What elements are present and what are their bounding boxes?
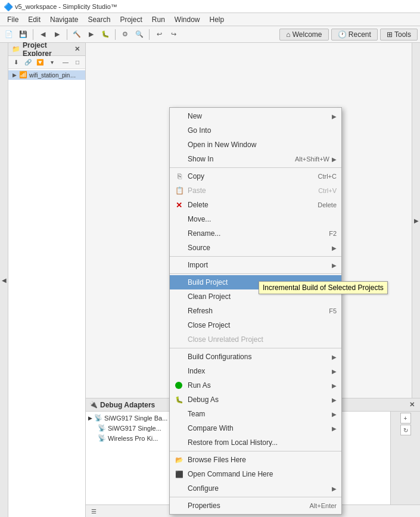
ctx-import[interactable]: Import ▶ xyxy=(170,258,341,272)
project-explorer-title: Project Explorer xyxy=(23,41,70,58)
ctx-close-unrelated: Close Unrelated Project xyxy=(170,332,341,347)
ctx-close-project[interactable]: Close Project xyxy=(170,318,341,332)
right-collapse-btn[interactable]: ▶ xyxy=(412,43,420,398)
debug-add-btn[interactable]: + xyxy=(400,413,411,423)
ctx-index[interactable]: Index ▶ xyxy=(170,364,341,378)
ctx-restore-history[interactable]: Restore from Local History... xyxy=(170,435,341,450)
ctx-show-in[interactable]: Show In Alt+Shift+W ▶ xyxy=(170,152,341,166)
close-project-icon xyxy=(175,320,184,330)
debug-icon-child1: 📡 xyxy=(98,424,106,432)
filter-btn[interactable]: 🔽 xyxy=(35,57,45,68)
project-tree: ▶ 📶 wifi_station_ping_soc [GNU ARM v10.3… xyxy=(8,69,85,517)
project-explorer-close[interactable]: ✕ xyxy=(73,45,82,54)
menu-navigate[interactable]: Navigate xyxy=(45,14,83,25)
left-collapse-btn[interactable]: ◀ xyxy=(0,43,8,517)
refresh-icon xyxy=(175,306,184,316)
project-explorer-header: 📁 Project Explorer ✕ xyxy=(8,43,85,56)
debug-label-child1: SiWG917 Single... xyxy=(108,425,161,432)
ctx-run-as[interactable]: Run As ▶ xyxy=(170,378,341,393)
ctx-configure[interactable]: Configure ▶ xyxy=(170,481,341,496)
ctx-properties[interactable]: Properties Alt+Enter xyxy=(170,499,341,513)
cmd-icon: ⬛ xyxy=(175,469,184,479)
index-arrow: ▶ xyxy=(332,368,337,375)
source-arrow: ▶ xyxy=(332,245,337,251)
tree-toggle-project[interactable]: ▶ xyxy=(11,71,18,79)
forward-btn[interactable]: ▶ xyxy=(51,28,64,41)
collapse-all-btn[interactable]: ⬇ xyxy=(11,57,21,68)
ctx-move[interactable]: Move... xyxy=(170,212,341,226)
ctx-copy[interactable]: ⎘ Copy Ctrl+C xyxy=(170,169,341,183)
debug-toggle-root[interactable]: ▶ xyxy=(88,415,92,421)
show-in-icon xyxy=(175,154,184,164)
paste-icon: 📋 xyxy=(175,186,184,195)
project-icon: 📶 xyxy=(19,71,27,79)
ctx-compare-with[interactable]: Compare With ▶ xyxy=(170,421,341,435)
ctx-debug-as[interactable]: 🐛 Debug As ▶ xyxy=(170,393,341,407)
ctx-sep-3 xyxy=(170,273,341,274)
debug-icon-root: 📡 xyxy=(94,414,102,422)
toolbar-sep-4 xyxy=(149,29,150,40)
ctx-source[interactable]: Source ▶ xyxy=(170,241,341,255)
tab-tools[interactable]: ⊞ Tools xyxy=(380,29,418,41)
title-bar: 🔷 v5_workspace - Simplicity Studio™ xyxy=(0,0,420,13)
view-menu-btn[interactable]: ▾ xyxy=(46,57,57,68)
compare-icon xyxy=(175,423,184,433)
ctx-open-command-line[interactable]: ⬛ Open Command Line Here xyxy=(170,467,341,481)
ctx-sep-6 xyxy=(170,497,341,497)
source-icon xyxy=(175,243,184,253)
menu-window[interactable]: Window xyxy=(170,14,205,25)
debug-label-wireless: Wireless Pro Ki... xyxy=(108,435,158,442)
ctx-browse-files[interactable]: 📂 Browse Files Here xyxy=(170,453,341,467)
main-content: New ▶ Go Into Open in New Window Show In… xyxy=(86,43,420,517)
extra-btn-2[interactable]: ↪ xyxy=(167,28,180,41)
run-as-icon xyxy=(175,381,184,390)
menu-help[interactable]: Help xyxy=(205,14,229,25)
toolbar-right: ⌂ Welcome 🕐 Recent ⊞ Tools xyxy=(279,29,418,41)
tree-item-project[interactable]: ▶ 📶 wifi_station_ping_soc [GNU ARM v10.3… xyxy=(8,70,85,80)
new-arrow: ▶ xyxy=(332,113,337,120)
tab-recent[interactable]: 🕐 Recent xyxy=(331,29,378,41)
ctx-team[interactable]: Team ▶ xyxy=(170,407,341,421)
restore-icon xyxy=(175,438,184,447)
menu-project[interactable]: Project xyxy=(115,14,147,25)
debug-adapters-close[interactable]: ✕ xyxy=(407,400,416,409)
build-btn[interactable]: 🔨 xyxy=(70,28,83,41)
debug-as-arrow: ▶ xyxy=(332,397,337,403)
minimize-panel-btn[interactable]: — xyxy=(60,57,71,68)
ctx-build-configurations[interactable]: Build Configurations ▶ xyxy=(170,350,341,364)
ctx-new[interactable]: New ▶ xyxy=(170,109,341,123)
debug-adapters-icon: 🔌 xyxy=(89,401,98,409)
ctx-refresh[interactable]: Refresh F5 xyxy=(170,304,341,318)
menu-run[interactable]: Run xyxy=(147,14,170,25)
menu-file[interactable]: File xyxy=(2,14,23,25)
menu-edit[interactable]: Edit xyxy=(23,14,45,25)
ctx-sep-1 xyxy=(170,167,341,168)
build-config-icon xyxy=(175,352,184,362)
new-btn[interactable]: 📄 xyxy=(2,28,15,41)
debug-toolbar-btn-1[interactable]: ☰ xyxy=(88,506,99,516)
ctx-rename[interactable]: Rename... F2 xyxy=(170,226,341,241)
run-btn[interactable]: ▶ xyxy=(85,28,98,41)
ctx-open-new-window[interactable]: Open in New Window xyxy=(170,138,341,152)
link-editor-btn[interactable]: 🔗 xyxy=(23,57,33,68)
settings-btn[interactable]: ⚙ xyxy=(119,28,132,41)
open-window-icon xyxy=(175,140,184,150)
tab-welcome[interactable]: ⌂ Welcome xyxy=(279,29,328,41)
ctx-go-into[interactable]: Go Into xyxy=(170,123,341,138)
browse-files-icon: 📂 xyxy=(175,455,184,465)
ctx-paste: 📋 Paste Ctrl+V xyxy=(170,183,341,198)
search-btn[interactable]: 🔍 xyxy=(133,28,146,41)
ctx-sep-4 xyxy=(170,348,341,348)
save-btn[interactable]: 💾 xyxy=(17,28,30,41)
debug-btn[interactable]: 🐛 xyxy=(99,28,112,41)
team-icon xyxy=(175,409,184,419)
ctx-delete[interactable]: ✕ Delete Delete xyxy=(170,198,341,212)
debug-refresh-btn[interactable]: ↻ xyxy=(400,425,411,435)
menu-search[interactable]: Search xyxy=(83,14,115,25)
back-btn[interactable]: ◀ xyxy=(36,28,49,41)
ctx-sep-2 xyxy=(170,256,341,257)
close-unrelated-icon xyxy=(175,335,184,344)
menu-bar: File Edit Navigate Search Project Run Wi… xyxy=(0,13,420,26)
maximize-panel-btn[interactable]: □ xyxy=(72,57,83,68)
extra-btn-1[interactable]: ↩ xyxy=(153,28,166,41)
